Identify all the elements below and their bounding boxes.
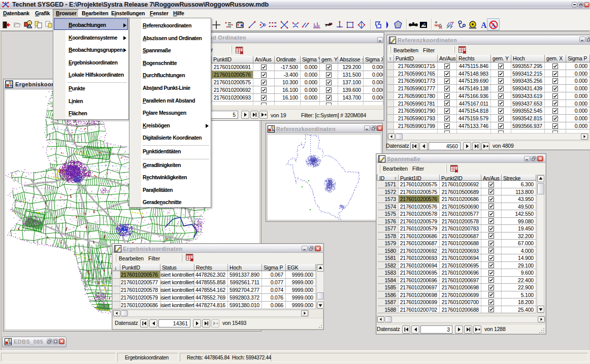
svg-text:PI: PI bbox=[439, 26, 442, 29]
svg-text:A: A bbox=[481, 21, 487, 29]
